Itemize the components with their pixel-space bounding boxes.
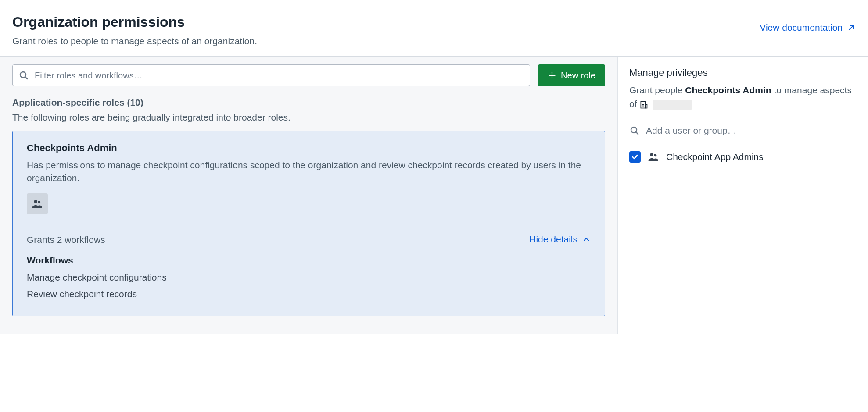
new-role-label: New role [561, 71, 595, 81]
workflow-item: Manage checkpoint configurations [27, 271, 591, 284]
page-title: Organization permissions [12, 12, 257, 32]
svg-point-5 [34, 200, 37, 203]
search-icon [629, 125, 640, 136]
assignee-row[interactable]: Checkpoint App Admins [618, 142, 868, 171]
privileges-column: Manage privileges Grant people Checkpoin… [618, 57, 868, 334]
roles-toolbar: New role [12, 64, 605, 86]
add-user-group-input[interactable] [646, 125, 857, 136]
role-card-checkpoints-admin[interactable]: Checkpoints Admin Has permissions to man… [12, 131, 605, 316]
header-left: Organization permissions Grant roles to … [12, 12, 257, 47]
svg-line-13 [636, 132, 638, 134]
doc-link-label: View documentation [760, 21, 843, 34]
group-icon [648, 151, 659, 163]
page-subtitle: Grant roles to people to manage aspects … [12, 35, 257, 47]
section-subtitle: The following roles are being gradually … [12, 111, 605, 124]
assignee-name: Checkpoint App Admins [666, 150, 764, 163]
svg-point-6 [38, 201, 40, 203]
role-description: Has permissions to manage checkpoint con… [27, 159, 591, 185]
chevron-up-icon [582, 235, 591, 244]
check-icon [631, 153, 639, 161]
svg-rect-8 [646, 104, 647, 108]
svg-line-2 [25, 77, 27, 79]
workflows-heading: Workflows [27, 254, 591, 266]
privileges-subtitle: Grant people Checkpoints Admin to manage… [629, 83, 857, 111]
svg-line-0 [849, 25, 854, 30]
plus-icon [548, 71, 556, 80]
filter-wrap [12, 64, 530, 86]
sub-role-name: Checkpoints Admin [685, 85, 771, 95]
section-title: Application-specific roles (10) [12, 96, 605, 109]
privileges-header: Manage privileges Grant people Checkpoin… [618, 57, 868, 119]
assignee-group-chip[interactable] [27, 193, 48, 214]
assignee-checkbox[interactable] [629, 151, 641, 163]
grants-row: Grants 2 workflows Hide details [27, 233, 591, 246]
privileges-title: Manage privileges [629, 66, 857, 80]
role-details: Grants 2 workflows Hide details Workflow… [13, 225, 605, 316]
main-content-row: New role Application-specific roles (10)… [0, 56, 868, 334]
role-name: Checkpoints Admin [27, 142, 591, 155]
org-name-redacted [653, 100, 692, 110]
filter-roles-input[interactable] [12, 64, 530, 86]
sub-prefix: Grant people [629, 85, 685, 95]
add-user-group-search[interactable] [618, 119, 868, 142]
external-link-icon [847, 23, 856, 32]
hide-details-label: Hide details [529, 234, 577, 245]
role-card-body: Checkpoints Admin Has permissions to man… [13, 131, 605, 225]
organization-icon [639, 100, 648, 109]
new-role-button[interactable]: New role [538, 64, 605, 86]
svg-point-14 [650, 153, 653, 156]
workflow-item: Review checkpoint records [27, 288, 591, 300]
svg-point-15 [654, 154, 656, 156]
view-documentation-link[interactable]: View documentation [760, 21, 856, 34]
search-icon [18, 70, 29, 81]
roles-column: New role Application-specific roles (10)… [0, 57, 618, 334]
page-header: Organization permissions Grant roles to … [0, 0, 868, 56]
grants-text: Grants 2 workflows [27, 233, 105, 246]
group-icon [32, 198, 43, 210]
hide-details-button[interactable]: Hide details [529, 234, 591, 245]
